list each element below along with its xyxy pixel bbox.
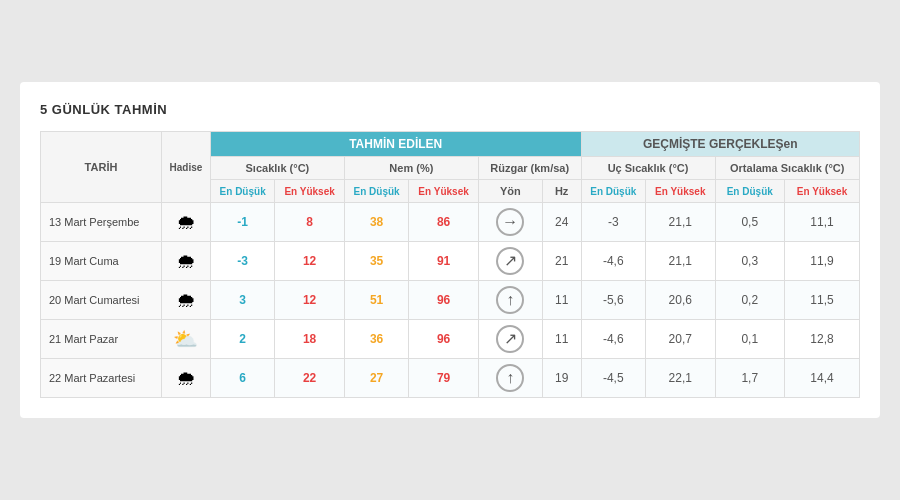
- ort-sicaklik-header: Ortalama Sıcaklık (°C): [715, 157, 859, 180]
- sic-max-cell: 12: [275, 281, 344, 320]
- uc-max-cell: 21,1: [646, 242, 715, 281]
- ort-min-cell: 0,2: [715, 281, 784, 320]
- ort-max-cell: 11,9: [785, 242, 860, 281]
- sic-max-cell: 8: [275, 203, 344, 242]
- tarih-cell: 22 Mart Pazartesi: [41, 359, 162, 398]
- uc-max-cell: 20,7: [646, 320, 715, 359]
- nem-min-cell: 35: [344, 242, 408, 281]
- hadise-cell: 🌧: [162, 359, 211, 398]
- sic-max-header: En Yüksek: [275, 180, 344, 203]
- uc-max-header: En Yüksek: [646, 180, 715, 203]
- nem-max-cell: 96: [409, 281, 478, 320]
- ort-min-cell: 0,3: [715, 242, 784, 281]
- nem-max-cell: 79: [409, 359, 478, 398]
- yon-cell: ↑: [478, 281, 542, 320]
- yon-cell: →: [478, 203, 542, 242]
- sic-max-cell: 12: [275, 242, 344, 281]
- nem-header: Nem (%): [344, 157, 478, 180]
- sic-min-cell: -3: [210, 242, 274, 281]
- hadise-cell: 🌧: [162, 242, 211, 281]
- uc-min-header: En Düşük: [581, 180, 645, 203]
- hz-cell: 21: [542, 242, 581, 281]
- table-row: 22 Mart Pazartesi 🌧 6 22 27 79 ↑ 19 -4,5…: [41, 359, 860, 398]
- sic-min-cell: 2: [210, 320, 274, 359]
- table-row: 21 Mart Pazar ⛅ 2 18 36 96 ↗ 11 -4,6 20,…: [41, 320, 860, 359]
- tarih-header: TARİH: [41, 132, 162, 203]
- yon-cell: ↗: [478, 320, 542, 359]
- tarih-cell: 21 Mart Pazar: [41, 320, 162, 359]
- wind-arrow-icon: ↑: [496, 286, 524, 314]
- sic-min-header: En Düşük: [210, 180, 274, 203]
- wind-arrow-icon: →: [496, 208, 524, 236]
- uc-min-cell: -5,6: [581, 281, 645, 320]
- ort-min-cell: 0,5: [715, 203, 784, 242]
- sic-min-cell: -1: [210, 203, 274, 242]
- hadise-cell: 🌧: [162, 281, 211, 320]
- ruzgar-header: Rüzgar (km/sa): [478, 157, 581, 180]
- table-row: 19 Mart Cuma 🌧 -3 12 35 91 ↗ 21 -4,6 21,…: [41, 242, 860, 281]
- uc-min-cell: -3: [581, 203, 645, 242]
- nem-min-cell: 51: [344, 281, 408, 320]
- hadise-cell: 🌧: [162, 203, 211, 242]
- weather-icon: ⛅: [173, 328, 198, 350]
- table-row: 20 Mart Cumartesi 🌧 3 12 51 96 ↑ 11 -5,6…: [41, 281, 860, 320]
- uc-max-cell: 21,1: [646, 203, 715, 242]
- uc-max-cell: 22,1: [646, 359, 715, 398]
- hz-cell: 11: [542, 281, 581, 320]
- yon-cell: ↗: [478, 242, 542, 281]
- yon-cell: ↑: [478, 359, 542, 398]
- sic-min-cell: 3: [210, 281, 274, 320]
- nem-min-cell: 27: [344, 359, 408, 398]
- gecmis-header: GEÇMİŞTE GERÇEKLEŞen: [581, 132, 859, 157]
- tarih-cell: 13 Mart Perşembe: [41, 203, 162, 242]
- weather-icon: 🌧: [176, 367, 196, 389]
- hz-cell: 11: [542, 320, 581, 359]
- tarih-cell: 20 Mart Cumartesi: [41, 281, 162, 320]
- nem-min-header: En Düşük: [344, 180, 408, 203]
- table-row: 13 Mart Perşembe 🌧 -1 8 38 86 → 24 -3 21…: [41, 203, 860, 242]
- ort-min-cell: 1,7: [715, 359, 784, 398]
- hz-cell: 19: [542, 359, 581, 398]
- uc-min-cell: -4,6: [581, 320, 645, 359]
- weather-icon: 🌧: [176, 211, 196, 233]
- tarih-cell: 19 Mart Cuma: [41, 242, 162, 281]
- page-title: 5 GÜNLÜK TAHMİN: [40, 102, 860, 117]
- uc-max-cell: 20,6: [646, 281, 715, 320]
- wind-arrow-icon: ↗: [496, 247, 524, 275]
- nem-min-cell: 36: [344, 320, 408, 359]
- nem-min-cell: 38: [344, 203, 408, 242]
- ort-min-header: En Düşük: [715, 180, 784, 203]
- nem-max-cell: 96: [409, 320, 478, 359]
- nem-max-cell: 91: [409, 242, 478, 281]
- tahmin-header: TAHMİN EDİLEN: [210, 132, 581, 157]
- ort-max-header: En Yüksek: [785, 180, 860, 203]
- sic-min-cell: 6: [210, 359, 274, 398]
- forecast-table: TARİH Hadise TAHMİN EDİLEN GEÇMİŞTE GERÇ…: [40, 131, 860, 398]
- nem-max-header: En Yüksek: [409, 180, 478, 203]
- sic-max-cell: 22: [275, 359, 344, 398]
- uc-sicaklik-header: Uç Sıcaklık (°C): [581, 157, 715, 180]
- weather-icon: 🌧: [176, 250, 196, 272]
- hadise-header: Hadise: [162, 132, 211, 203]
- ort-max-cell: 14,4: [785, 359, 860, 398]
- uc-min-cell: -4,6: [581, 242, 645, 281]
- ort-max-cell: 11,1: [785, 203, 860, 242]
- sic-max-cell: 18: [275, 320, 344, 359]
- hz-header: Hz: [542, 180, 581, 203]
- ort-max-cell: 11,5: [785, 281, 860, 320]
- yon-header: Yön: [478, 180, 542, 203]
- hadise-cell: ⛅: [162, 320, 211, 359]
- nem-max-cell: 86: [409, 203, 478, 242]
- wind-arrow-icon: ↗: [496, 325, 524, 353]
- ort-max-cell: 12,8: [785, 320, 860, 359]
- uc-min-cell: -4,5: [581, 359, 645, 398]
- ort-min-cell: 0,1: [715, 320, 784, 359]
- weather-container: 5 GÜNLÜK TAHMİN TARİH Hadise TAHMİN EDİL…: [20, 82, 880, 418]
- wind-arrow-icon: ↑: [496, 364, 524, 392]
- weather-icon: 🌧: [176, 289, 196, 311]
- sicaklik-header: Sıcaklık (°C): [210, 157, 344, 180]
- hz-cell: 24: [542, 203, 581, 242]
